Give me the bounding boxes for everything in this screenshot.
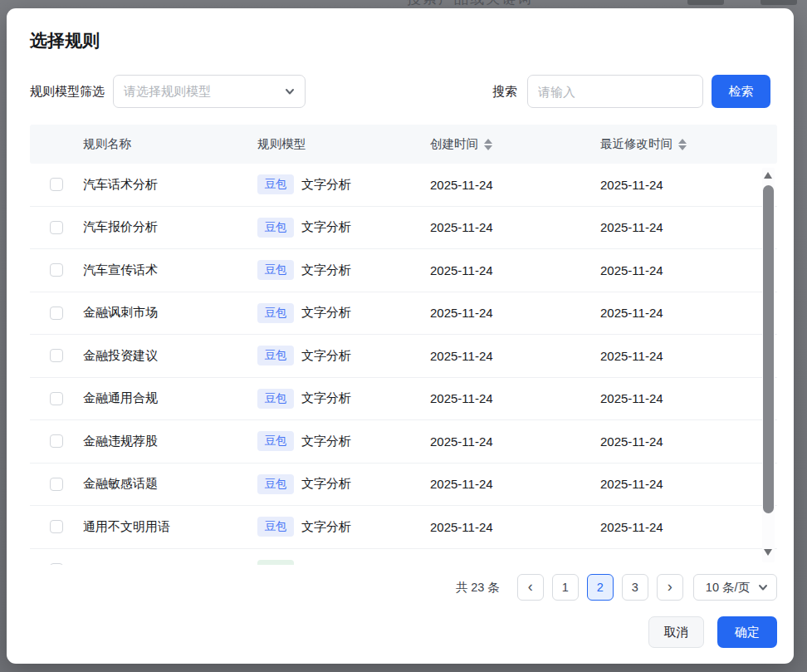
rule-name-cell: 汽车话术分析 <box>83 177 257 193</box>
model-badge: 豆包 <box>257 346 294 365</box>
row-checkbox[interactable] <box>50 478 63 491</box>
modal-title: 选择规则 <box>30 29 770 52</box>
rule-name-cell: 通用不文明用语 <box>83 519 257 535</box>
row-checkbox[interactable] <box>50 563 63 565</box>
model-badge: 豆包 <box>257 218 294 238</box>
table-row: 金融违规荐股 豆包 文字分析 2025-11-24 2025-11-24 <box>30 420 777 464</box>
search-label: 搜索 <box>492 84 517 100</box>
confirm-button[interactable]: 确定 <box>717 616 777 648</box>
model-text: 文字分析 <box>301 348 351 364</box>
table-row: 金融通用合规 豆包 文字分析 2025-11-24 2025-11-24 <box>30 378 777 421</box>
rule-name-cell: 金融敏感话题 <box>83 476 257 492</box>
table-scrollbar[interactable] <box>762 168 775 562</box>
model-badge: 豆包 <box>257 260 294 280</box>
rule-model-select-placeholder: 请选择规则模型 <box>124 84 211 100</box>
row-checkbox[interactable] <box>50 221 63 234</box>
table-header-row: 规则名称 规则模型 创建时间 最近修改时间 <box>30 125 777 164</box>
model-badge: 豆包 <box>257 389 294 409</box>
model-badge: 豆包 <box>257 431 294 451</box>
rule-name-cell: 汽车报价分析 <box>83 219 257 235</box>
table-row: 金融敏感话题 豆包 文字分析 2025-11-24 2025-11-24 <box>30 464 777 507</box>
modified-time-cell: 2025-11-24 <box>600 306 777 320</box>
row-checkbox[interactable] <box>50 178 63 191</box>
pagination-next-button[interactable]: › <box>657 574 683 601</box>
sort-icon[interactable] <box>484 139 492 150</box>
model-text: 文字分析 <box>301 476 351 492</box>
created-time-cell: 2025-11-24 <box>430 306 600 320</box>
created-time-cell: 2025-11-24 <box>430 520 600 534</box>
header-rule-name: 规则名称 <box>83 136 257 152</box>
background-app-strip: 搜索产品或关键词 <box>0 0 807 8</box>
row-checkbox[interactable] <box>50 520 63 533</box>
created-time-cell: 2025-11-24 <box>430 178 600 192</box>
rule-model-select[interactable]: 请选择规则模型 <box>113 75 306 108</box>
rule-name-cell: 金融投资建议 <box>83 348 257 364</box>
modified-time-cell: 2025-11-24 <box>600 263 777 277</box>
model-text: 文字分析 <box>301 177 351 193</box>
chevron-down-icon <box>285 86 295 96</box>
page-size-select[interactable]: 10 条/页 <box>693 574 777 601</box>
created-time-cell: 2025-11-24 <box>430 263 600 277</box>
model-text: 文字分析 <box>301 305 351 321</box>
row-checkbox[interactable] <box>50 307 63 320</box>
search-input[interactable] <box>527 75 703 108</box>
scrollbar-thumb[interactable] <box>763 185 774 513</box>
select-rules-modal: 选择规则 规则模型筛选 请选择规则模型 搜索 检索 规则名称 规则模型 创建时间… <box>7 8 794 664</box>
cancel-button[interactable]: 取消 <box>648 616 704 648</box>
row-checkbox[interactable] <box>50 263 63 277</box>
model-badge: 豆包 <box>257 474 294 494</box>
row-checkbox[interactable] <box>50 434 63 448</box>
model-text: 文字分析 <box>301 262 351 278</box>
created-time-cell: 2025-11-24 <box>430 477 600 491</box>
pagination-total: 共 23 条 <box>456 580 500 596</box>
modified-time-cell: 2025-11-24 <box>600 520 777 534</box>
table-row: 汽车宣传话术 豆包 文字分析 2025-11-24 2025-11-24 <box>30 249 777 292</box>
modified-time-cell: 2025-11-24 <box>600 349 777 363</box>
table-row: 金融投资建议 豆包 文字分析 2025-11-24 2025-11-24 <box>30 335 777 378</box>
model-text: 文字分析 <box>301 219 351 235</box>
header-rule-model: 规则模型 <box>257 136 430 152</box>
table-row: 通用不文明用语 豆包 文字分析 2025-11-24 2025-11-24 <box>30 506 777 549</box>
model-badge: 豆包 <box>257 517 294 537</box>
rule-name-cell: 金融通用合规 <box>83 390 257 406</box>
modified-time-cell: 2025-11-24 <box>600 220 777 234</box>
table-row: 汽车话术分析 豆包 文字分析 2025-11-24 2025-11-24 <box>30 164 777 207</box>
pagination-page-2[interactable]: 2 <box>587 574 614 601</box>
modified-time-cell: 2025-11-24 <box>600 477 777 491</box>
pagination-page-1[interactable]: 1 <box>552 574 579 601</box>
rule-name-cell: 金融讽刺市场 <box>83 305 257 321</box>
pagination-page-3[interactable]: 3 <box>622 574 648 601</box>
search-button[interactable]: 检索 <box>712 75 770 108</box>
created-time-cell: 2025-11-24 <box>430 391 600 405</box>
background-partial-text: 搜索产品或关键词 <box>407 0 533 8</box>
table-body: 汽车话术分析 豆包 文字分析 2025-11-24 2025-11-24 汽车报… <box>30 164 777 565</box>
header-created-time[interactable]: 创建时间 <box>430 136 600 152</box>
model-badge: 豆包 <box>257 174 294 194</box>
model-badge <box>257 560 294 565</box>
scrollbar-down-arrow-icon[interactable] <box>764 549 772 556</box>
sort-icon[interactable] <box>678 139 687 150</box>
pagination: 共 23 条 ‹ 1 2 3 › 10 条/页 <box>30 574 777 601</box>
modified-time-cell: 2025-11-24 <box>600 391 777 405</box>
scrollbar-up-arrow-icon[interactable] <box>764 172 772 179</box>
created-time-cell: 2025-11-24 <box>430 434 600 449</box>
chevron-down-icon <box>758 582 768 592</box>
filter-label: 规则模型筛选 <box>30 84 105 100</box>
model-text: 文字分析 <box>301 434 351 449</box>
row-checkbox[interactable] <box>50 349 63 362</box>
rule-name-cell: 金融违规荐股 <box>83 434 257 449</box>
rules-table: 规则名称 规则模型 创建时间 最近修改时间 汽车话术分析 豆包 文字分析 202… <box>30 125 777 565</box>
modified-time-cell: 2025-11-24 <box>600 178 777 192</box>
model-text: 文字分析 <box>301 519 351 535</box>
toolbar: 规则模型筛选 请选择规则模型 搜索 检索 <box>30 75 770 108</box>
row-checkbox[interactable] <box>50 392 63 405</box>
background-cropped-control <box>761 0 797 5</box>
header-modified-time[interactable]: 最近修改时间 <box>600 136 777 152</box>
created-time-cell: 2025-11-24 <box>430 349 600 363</box>
table-row: 金融讽刺市场 豆包 文字分析 2025-11-24 2025-11-24 <box>30 292 777 336</box>
background-cropped-control <box>687 0 724 5</box>
model-badge: 豆包 <box>257 303 294 323</box>
modal-footer: 取消 确定 <box>648 616 777 648</box>
pagination-prev-button[interactable]: ‹ <box>517 574 544 601</box>
created-time-cell: 2025-11-24 <box>430 220 600 234</box>
